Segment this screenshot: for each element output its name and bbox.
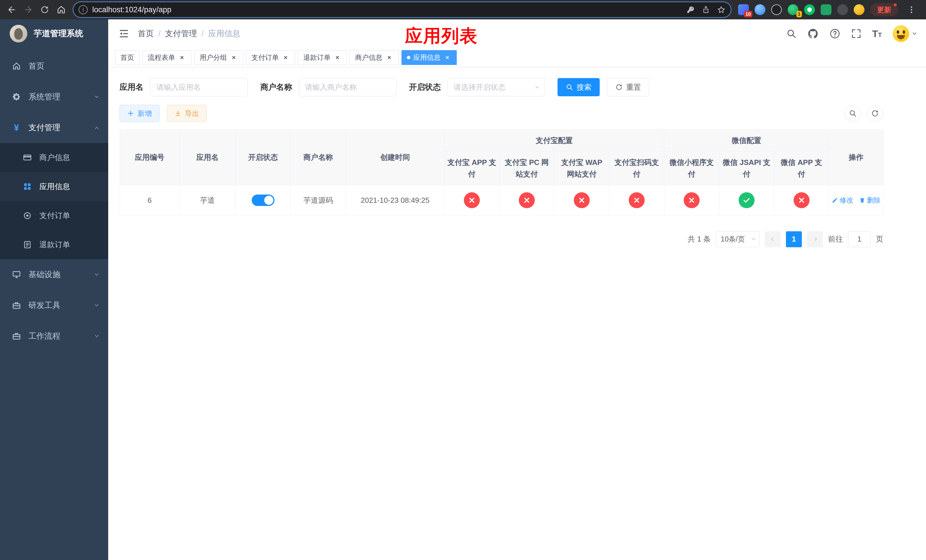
- tab-refund-order[interactable]: 退款订单: [298, 50, 347, 65]
- tab-app-info[interactable]: 应用信息: [401, 50, 457, 65]
- sidebar-item-app-info[interactable]: 应用信息: [0, 172, 108, 201]
- breadcrumb-home[interactable]: 首页: [138, 28, 154, 39]
- browser-back-icon[interactable]: [4, 2, 20, 17]
- browser-toolbar: i localhost:1024/pay/app 10 1 更新: [0, 0, 926, 20]
- sidebar-item-payment[interactable]: ¥ 支付管理: [0, 112, 108, 143]
- browser-menu-icon[interactable]: [904, 2, 919, 17]
- extension-icon[interactable]: [804, 4, 815, 15]
- extension-badge: 10: [744, 11, 752, 17]
- fullscreen-icon[interactable]: [851, 29, 861, 39]
- chevron-up-icon: [95, 127, 98, 130]
- password-key-icon[interactable]: [686, 5, 695, 14]
- browser-reload-icon[interactable]: [37, 2, 52, 17]
- grid-icon: [22, 182, 32, 191]
- status-select[interactable]: 请选择开启状态: [448, 78, 545, 96]
- prev-page-button[interactable]: [765, 231, 781, 247]
- caret-down-icon: [912, 31, 916, 35]
- app-title: 芋道管理系统: [33, 28, 83, 39]
- refresh-table-button[interactable]: [867, 105, 883, 122]
- tab-pay-order[interactable]: 支付订单: [246, 50, 295, 65]
- browser-extensions: 10 1 更新: [735, 2, 922, 17]
- col-header-app-id: 应用编号: [120, 130, 180, 185]
- export-button[interactable]: 导出: [167, 105, 207, 122]
- tab-merchant-info[interactable]: 商户信息: [350, 50, 399, 65]
- chevron-down-icon: [95, 94, 98, 98]
- page-content: 应用名 商户名称 开启状态 请选择开启状态 搜索: [108, 67, 926, 560]
- sidebar-item-label: 系统管理: [29, 91, 61, 102]
- browser-forward-icon[interactable]: [21, 2, 36, 17]
- tab-user-group[interactable]: 用户分组: [194, 50, 243, 65]
- extension-badge: 1: [796, 11, 802, 17]
- edit-button[interactable]: 修改: [832, 196, 853, 205]
- toggle-search-button[interactable]: [844, 105, 861, 122]
- extension-icon[interactable]: [837, 4, 848, 15]
- breadcrumb-payment[interactable]: 支付管理: [165, 28, 197, 39]
- search-icon[interactable]: [786, 29, 796, 39]
- cell-alipay-pc-status: [499, 185, 554, 216]
- close-icon[interactable]: [281, 53, 290, 62]
- sidebar-item-label: 支付订单: [39, 210, 70, 221]
- sidebar-toggle-icon[interactable]: [118, 28, 129, 39]
- col-header-wechat-mini: 微信小程序支付: [664, 151, 719, 185]
- tab-label: 首页: [121, 53, 134, 62]
- extension-icon[interactable]: [821, 4, 831, 15]
- sidebar-item-label: 首页: [29, 61, 44, 71]
- sidebar-item-system[interactable]: 系统管理: [0, 82, 108, 112]
- close-icon[interactable]: [178, 53, 186, 62]
- close-icon[interactable]: [385, 53, 393, 62]
- briefcase-icon: [11, 301, 22, 310]
- font-size-icon[interactable]: TT: [872, 29, 882, 38]
- url-text[interactable]: localhost:1024/pay/app: [92, 5, 686, 14]
- sidebar-item-refund-order[interactable]: 退款订单: [0, 230, 108, 259]
- extension-icon[interactable]: [771, 4, 782, 15]
- extension-icon[interactable]: [755, 4, 766, 15]
- extension-icon[interactable]: [854, 4, 864, 15]
- extension-icon[interactable]: 10: [738, 4, 749, 15]
- sidebar-item-label: 工作流程: [29, 331, 61, 342]
- merchant-name-input[interactable]: [299, 78, 396, 96]
- cell-alipay-wap-status: [554, 185, 609, 216]
- help-icon[interactable]: [829, 28, 840, 39]
- col-header-alipay-qr: 支付宝扫码支付: [609, 151, 664, 185]
- tab-process-form[interactable]: 流程表单: [142, 50, 191, 65]
- search-button[interactable]: 搜索: [558, 78, 600, 96]
- goto-page-input[interactable]: [848, 231, 871, 247]
- sidebar-item-home[interactable]: 首页: [0, 51, 108, 82]
- chevron-down-icon: [95, 303, 98, 306]
- bookmark-star-icon[interactable]: [717, 5, 726, 14]
- sidebar-item-infra[interactable]: 基础设施: [0, 259, 108, 290]
- next-page-button[interactable]: [807, 231, 823, 247]
- address-bar[interactable]: i localhost:1024/pay/app: [73, 2, 731, 17]
- delete-button[interactable]: 删除: [859, 196, 881, 205]
- user-menu[interactable]: [893, 25, 916, 42]
- extension-icon[interactable]: 1: [788, 4, 799, 15]
- share-icon[interactable]: [702, 5, 710, 14]
- browser-home-icon[interactable]: [53, 2, 69, 17]
- browser-update-button[interactable]: 更新: [870, 3, 898, 16]
- reset-button[interactable]: 重置: [607, 78, 649, 96]
- app-logo[interactable]: 芋道管理系统: [0, 20, 108, 48]
- tab-label: 支付订单: [251, 53, 279, 62]
- col-header-alipay-pc: 支付宝 PC 网站支付: [499, 151, 554, 185]
- col-header-merchant: 商户名称: [291, 130, 346, 185]
- page-size-select[interactable]: 10条/页: [716, 231, 760, 247]
- row-actions: 修改 删除: [831, 196, 881, 205]
- tab-home[interactable]: 首页: [115, 50, 139, 65]
- alipay-pc-status-icon: [519, 192, 535, 208]
- sidebar-item-pay-order[interactable]: 支付订单: [0, 201, 108, 230]
- page-number-button[interactable]: 1: [786, 231, 802, 247]
- github-icon[interactable]: [807, 28, 819, 39]
- close-icon[interactable]: [230, 53, 238, 62]
- sidebar-item-merchant-info[interactable]: 商户信息: [0, 143, 108, 172]
- sidebar-item-workflow[interactable]: 工作流程: [0, 321, 108, 351]
- site-info-icon[interactable]: i: [79, 5, 88, 14]
- status-toggle[interactable]: [252, 195, 274, 206]
- sidebar-menu: 首页 系统管理 ¥ 支付管理 商户信息 应用信息: [0, 51, 108, 351]
- app-name-input[interactable]: [150, 78, 248, 96]
- close-icon[interactable]: [333, 53, 341, 62]
- chevron-right-icon: [813, 238, 817, 241]
- tab-label: 退款订单: [303, 53, 331, 62]
- close-icon[interactable]: [443, 53, 451, 62]
- add-button[interactable]: 新增: [120, 105, 159, 122]
- sidebar-item-devtools[interactable]: 研发工具: [0, 290, 108, 321]
